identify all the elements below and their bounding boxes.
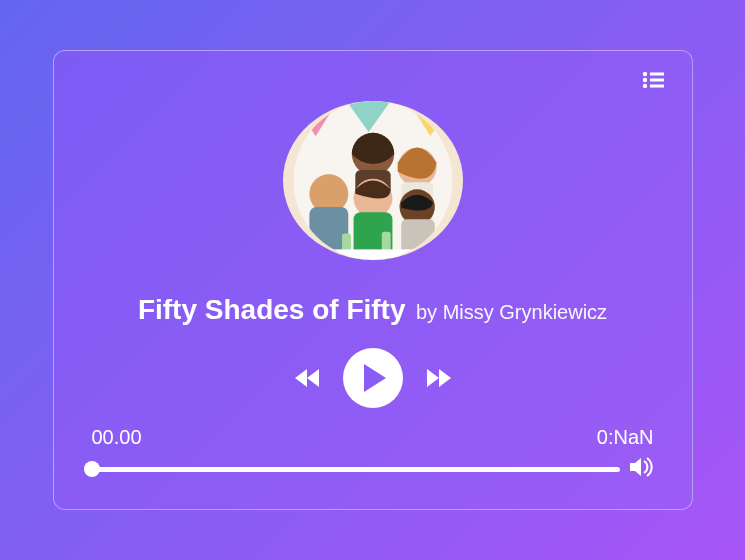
svg-marker-26 [364,364,386,392]
album-art [283,101,463,260]
svg-point-0 [642,72,646,76]
play-button[interactable] [343,348,403,408]
volume-button[interactable] [630,457,654,481]
rewind-button[interactable] [295,369,319,387]
track-artist: by Missy Grynkiewicz [416,301,607,323]
album-art-image [283,101,463,260]
svg-marker-29 [630,458,641,476]
current-time: 00.00 [92,426,142,449]
track-info: Fifty Shades of Fifty by Missy Grynkiewi… [138,294,607,326]
svg-rect-3 [650,79,664,82]
progress-row [92,457,654,481]
play-icon [360,364,386,392]
audio-player-card: Fifty Shades of Fifty by Missy Grynkiewi… [53,50,693,510]
svg-rect-23 [293,249,452,260]
svg-point-2 [642,78,646,82]
svg-marker-28 [439,369,451,387]
svg-rect-20 [401,219,435,260]
forward-button[interactable] [427,369,451,387]
forward-icon [427,369,451,387]
playback-controls [295,348,451,408]
duration-time: 0:NaN [597,426,654,449]
track-title: Fifty Shades of Fifty [138,294,406,325]
seek-bar[interactable] [92,467,620,472]
seek-thumb[interactable] [84,461,100,477]
time-display: 00.00 0:NaN [92,426,654,449]
svg-marker-25 [307,369,319,387]
svg-rect-1 [650,73,664,76]
svg-rect-5 [650,85,664,88]
svg-marker-24 [295,369,307,387]
svg-point-4 [642,84,646,88]
playlist-toggle-button[interactable] [642,71,664,93]
svg-marker-27 [427,369,439,387]
playlist-icon [642,71,664,89]
rewind-icon [295,369,319,387]
volume-icon [630,457,654,477]
